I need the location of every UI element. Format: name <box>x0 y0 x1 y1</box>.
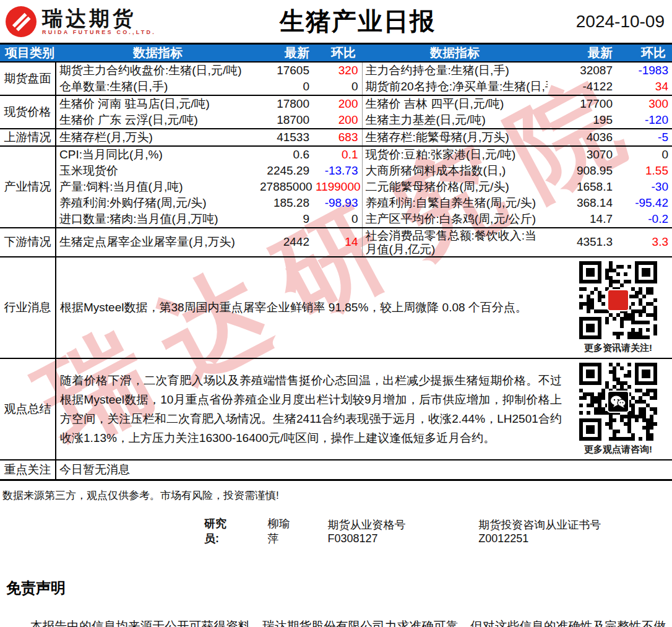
report-page: 瑞达研究院 瑞达期货 RUIDA FUTURES CO.,LTD. 生猪产业日报… <box>0 0 672 627</box>
latest-cell: 17605 <box>260 62 316 79</box>
summary-text: 随着价格下滑，二次育肥入场以及养殖端惜售挺价心态回温，出栏减少提振生猪短期价格。… <box>60 371 568 448</box>
indicator-cell: 生猪存栏:能繁母猪(月,万头) <box>362 129 548 146</box>
researcher-name: 柳瑜萍 <box>268 516 300 546</box>
company-logo: 瑞达期货 RUIDA FUTURES CO.,LTD. <box>5 6 178 38</box>
latest-cell: -4122 <box>548 79 619 95</box>
latest-cell: 41533 <box>260 129 316 146</box>
report-header: 瑞达期货 RUIDA FUTURES CO.,LTD. 生猪产业日报 2024-… <box>0 0 672 43</box>
category-key-focus: 重点关注 <box>0 460 56 480</box>
latest-cell: 32087 <box>548 62 619 79</box>
change-cell: 14 <box>316 228 362 257</box>
indicator-cell: 生猪价 河南 驻马店(日,元/吨) <box>56 95 260 112</box>
report-date: 2024-10-09 <box>537 12 667 32</box>
col-header-indicator-right: 数据指标 <box>362 44 548 63</box>
change-cell: 200 <box>316 112 362 129</box>
category-futures: 期货盘面 <box>0 62 56 95</box>
change-cell: 300 <box>619 95 672 112</box>
table-header-row: 项目类别 数据指标 最新 环比 数据指标 最新 环比 <box>0 44 672 63</box>
logo-company-name-en: RUIDA FUTURES CO.,LTD. <box>42 29 156 35</box>
indicator-cell: 生猪主力基差(日,元/吨) <box>362 112 548 129</box>
table-row: 现货价格 生猪价 河南 驻马店(日,元/吨) 17800 200 生猪价 吉林 … <box>0 95 672 112</box>
latest-cell: 2245.29 <box>260 163 316 179</box>
indicator-cell: 仓单数量:生猪(日,手) <box>56 79 260 95</box>
table-row: 生猪价 广东 云浮(日,元/吨) 18700 200 生猪主力基差(日,元/吨)… <box>0 112 672 129</box>
latest-cell: 4351.3 <box>548 228 619 257</box>
latest-cell: 368.14 <box>548 195 619 211</box>
key-focus-row: 重点关注 今日暂无消息 <box>0 460 672 480</box>
table-row: 下游情况 生猪定点屠宰企业屠宰量(月,万头) 2442 14 社会消费品零售总额… <box>0 228 672 257</box>
indicator-cell: 生猪价 吉林 四平(日,元/吨) <box>362 95 548 112</box>
researcher-cert1: 期货从业资格号F0308127 <box>327 517 450 545</box>
change-cell: -1983 <box>619 62 672 79</box>
category-spot: 现货价格 <box>0 95 56 129</box>
industry-news-row: 行业消息 根据Mysteel数据，第38周国内重点屠宰企业鲜销率 91.85%，… <box>0 257 672 358</box>
indicator-cell: 二元能繁母猪价格(周,元/头) <box>362 179 548 195</box>
table-row: 产量:饲料:当月值(月,吨) 27885000 1199000 二元能繁母猪价格… <box>0 179 672 195</box>
change-cell: -120 <box>619 112 672 129</box>
indicator-cell: 社会消费品零售总额:餐饮收入:当月值(月,亿元) <box>362 228 548 257</box>
change-cell: -98.93 <box>316 195 362 211</box>
category-news: 行业消息 <box>0 257 56 358</box>
disclaimer-body: 本报告中的信息均来源于公开可获得资料，瑞达期货股份有限公司力求准确可靠，但对这些… <box>6 614 666 627</box>
news-qr-code <box>579 261 657 339</box>
change-cell: 200 <box>316 95 362 112</box>
change-cell: -30 <box>619 179 672 195</box>
change-cell: 1199000 <box>316 179 362 195</box>
indicator-cell: 进口数量:猪肉:当月值(月,万吨) <box>56 211 260 228</box>
col-header-indicator-left: 数据指标 <box>56 44 260 63</box>
disclaimer-section: 免责声明 本报告中的信息均来源于公开可获得资料，瑞达期货股份有限公司力求准确可靠… <box>0 578 672 627</box>
category-upstream: 上游情况 <box>0 129 56 146</box>
disclaimer-title: 免责声明 <box>6 578 666 598</box>
change-cell: -13.73 <box>316 163 362 179</box>
latest-cell: 18700 <box>260 112 316 129</box>
indicator-cell: 养殖利润:外购仔猪(周,元/头) <box>56 195 260 211</box>
qr-center-badge <box>607 289 629 311</box>
table-row: 上游情况 生猪存栏(月,万头) 41533 683 生猪存栏:能繁母猪(月,万头… <box>0 129 672 146</box>
col-header-category: 项目类别 <box>0 44 56 63</box>
table-row: 产业情况 CPI:当月同比(月,%) 0.6 0.1 现货价:豆粕:张家港(日,… <box>0 146 672 163</box>
col-header-change-left: 环比 <box>316 44 362 63</box>
latest-cell: 17800 <box>260 95 316 112</box>
latest-cell: 2442 <box>260 228 316 257</box>
contact-qr-code <box>579 363 657 441</box>
latest-cell: 3070 <box>548 146 619 163</box>
latest-cell: 908.95 <box>548 163 619 179</box>
table-row: 仓单数量:生猪(日,手) 0 0 期货前20名持仓:净买单量:生猪(日,手) -… <box>0 79 672 95</box>
col-header-latest-left: 最新 <box>260 44 316 63</box>
researcher-line: 研究员: 柳瑜萍 期货从业资格号F0308127 期货投资咨询从业证书号Z001… <box>0 516 672 546</box>
col-header-latest-right: 最新 <box>548 44 619 63</box>
indicator-cell: 主产区平均价:白条鸡(周,元/公斤) <box>362 211 548 228</box>
contact-qr-caption: 更多观点请咨询! <box>584 444 652 456</box>
latest-cell: 185.28 <box>260 195 316 211</box>
wechat-icon <box>607 391 629 413</box>
latest-cell: 17700 <box>548 95 619 112</box>
news-qr-caption: 更多资讯请关注! <box>584 342 652 354</box>
latest-cell: 27885000 <box>260 179 316 195</box>
change-cell: 0 <box>316 79 362 95</box>
change-cell: 683 <box>316 129 362 146</box>
data-table: 项目类别 数据指标 最新 环比 数据指标 最新 环比 期货盘面 期货主力合约收盘… <box>0 43 672 481</box>
table-row: 玉米现货价 2245.29 -13.73 大商所猪饲料成本指数(日,) 908.… <box>0 163 672 179</box>
change-cell: -95.42 <box>619 195 672 211</box>
change-cell: 0 <box>619 146 672 163</box>
indicator-cell: 玉米现货价 <box>56 163 260 179</box>
indicator-cell: 期货主力合约收盘价:生猪(日,元/吨) <box>56 62 260 79</box>
category-summary: 观点总结 <box>0 358 56 460</box>
category-downstream: 下游情况 <box>0 228 56 257</box>
change-cell: 1.55 <box>619 163 672 179</box>
summary-row: 观点总结 随着价格下滑，二次育肥入场以及养殖端惜售挺价心态回温，出栏减少提振生猪… <box>0 358 672 460</box>
key-focus-text: 今日暂无消息 <box>56 460 672 480</box>
latest-cell: 9 <box>260 211 316 228</box>
change-cell: 0.1 <box>316 146 362 163</box>
indicator-cell: 生猪存栏(月,万头) <box>56 129 260 146</box>
table-row: 养殖利润:外购仔猪(周,元/头) 185.28 -98.93 养殖利润:自繁自养… <box>0 195 672 211</box>
indicator-cell: 期货前20名持仓:净买单量:生猪(日,手) <box>362 79 548 95</box>
researcher-cert2: 期货投资咨询从业证书号Z0012251 <box>478 517 644 545</box>
change-cell: 320 <box>316 62 362 79</box>
industry-news-text: 根据Mysteel数据，第38周国内重点屠宰企业鲜销率 91.85%，较上周微降… <box>60 298 568 317</box>
latest-cell: 0 <box>260 79 316 95</box>
indicator-cell: 主力合约持仓量:生猪(日,手) <box>362 62 548 79</box>
indicator-cell: 现货价:豆粕:张家港(日,元/吨) <box>362 146 548 163</box>
table-row: 进口数量:猪肉:当月值(月,万吨) 9 0 主产区平均价:白条鸡(周,元/公斤)… <box>0 211 672 228</box>
researcher-label: 研究员: <box>204 516 240 546</box>
